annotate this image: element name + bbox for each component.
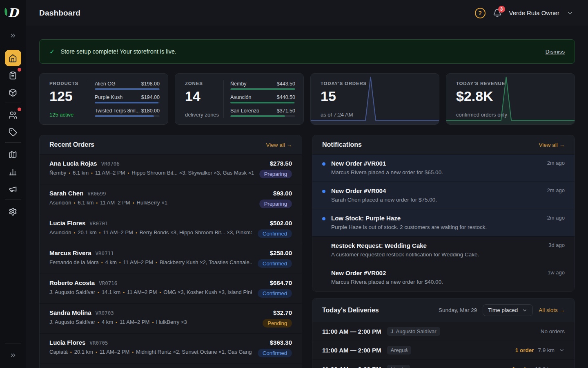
notification-title: Low Stock: Purple Haze bbox=[331, 215, 542, 222]
zones-stat-card[interactable]: ZONES 14 delivery zones Ñemby $443.50 bbox=[175, 73, 304, 125]
top-products-list: Alien OG $198.00 Purple Kush $194.00 bbox=[88, 80, 168, 118]
chevron-down-icon[interactable] bbox=[559, 347, 565, 353]
unread-dot bbox=[322, 162, 325, 166]
chevron-down-icon[interactable] bbox=[559, 366, 565, 368]
app-logo[interactable]: D bbox=[0, 0, 26, 26]
todays-revenue-stat-card[interactable]: TODAY'S REVENUE $2.8K confirmed orders o… bbox=[446, 73, 575, 125]
customer-name: Sarah Chen bbox=[49, 190, 83, 197]
dismiss-link[interactable]: Dismiss bbox=[546, 49, 565, 55]
slot-no-orders: No orders bbox=[541, 328, 565, 334]
sidebar-item-marketing[interactable] bbox=[5, 181, 21, 197]
slot-zone-chip: J. Augusto Saldívar bbox=[387, 327, 440, 336]
progress-track bbox=[95, 115, 160, 117]
notification-time: 3d ago bbox=[548, 242, 565, 258]
order-row[interactable]: Lucia Flores VR0701 Asunción•20.1 km•11 … bbox=[40, 214, 302, 244]
order-row[interactable]: Ana Lucia Rojas VR0706 Ñemby•6.1 km•11 A… bbox=[40, 154, 302, 184]
notification-title: New Order #VR004 bbox=[331, 187, 542, 194]
setup-complete-banner: ✓ Store setup complete! Your storefront … bbox=[39, 39, 575, 64]
order-meta: Ñemby•6.1 km•11 AM–2 PM•Hippo Shroom Bit… bbox=[49, 170, 254, 176]
order-code: VR0706 bbox=[101, 161, 120, 167]
product-price: $180.00 bbox=[141, 108, 160, 114]
package-icon bbox=[9, 88, 17, 97]
stat-sub: delivery zones bbox=[185, 112, 223, 118]
sidebar-expand-toggle[interactable] bbox=[0, 26, 26, 44]
progress-track bbox=[95, 102, 160, 103]
notification-row[interactable]: Restock Request: Wedding Cake A customer… bbox=[312, 236, 575, 264]
customer-name: Roberto Acosta bbox=[49, 279, 95, 286]
order-row[interactable]: Alejandro Reyes VR0700 $187.07 bbox=[40, 363, 302, 368]
sidebar-item-orders[interactable] bbox=[5, 67, 21, 83]
sidebar-item-analytics[interactable] bbox=[5, 164, 21, 180]
sidebar-item-home[interactable] bbox=[5, 50, 21, 66]
sidebar-item-products[interactable] bbox=[5, 84, 21, 101]
order-meta: J. Augusto Saldívar•14.1 km•11 AM–2 PM•O… bbox=[49, 289, 252, 295]
notifications-bell-button[interactable]: 3 bbox=[493, 9, 502, 18]
view-all-orders-link[interactable]: View all → bbox=[266, 142, 292, 148]
top-zone-row: San Lorenzo $371.50 bbox=[230, 108, 295, 117]
user-menu-label[interactable]: Verde Ruta Owner bbox=[509, 9, 559, 16]
delivery-slot-row[interactable]: 11:00 AM — 2:00 PM Areguá 1 order 7.9 km bbox=[312, 341, 575, 359]
product-name: Alien OG bbox=[95, 81, 116, 87]
tag-icon bbox=[9, 128, 17, 137]
notification-title: New Order #VR001 bbox=[331, 160, 542, 167]
order-amount: $258.00 bbox=[270, 249, 292, 256]
product-name: Purple Kush bbox=[95, 94, 122, 100]
stat-value: 14 bbox=[185, 89, 223, 103]
progress-track bbox=[230, 88, 295, 90]
order-row[interactable]: Sandra Molina VR0703 J. Augusto Saldívar… bbox=[40, 303, 302, 333]
slot-time: 11:00 AM — 2:00 PM bbox=[322, 366, 381, 368]
sidebar-collapse-toggle[interactable] bbox=[0, 346, 26, 364]
notification-row[interactable]: New Order #VR001 Marcus Rivera placed a … bbox=[312, 154, 575, 182]
deliveries-date: Sunday, Mar 29 bbox=[439, 307, 477, 313]
order-row[interactable]: Lucia Flores VR0705 Capiatá•20.1 km•11 A… bbox=[40, 333, 302, 363]
progress-track bbox=[95, 88, 160, 90]
order-amount: $664.70 bbox=[270, 279, 292, 286]
status-badge: Confirmed bbox=[258, 259, 292, 268]
order-meta: Fernando de la Mora•4 km•11 AM–2 PM•Blac… bbox=[49, 259, 252, 265]
customer-name: Lucia Flores bbox=[49, 220, 85, 227]
notification-row[interactable]: New Order #VR002 Marcus Rivera placed a … bbox=[312, 264, 575, 291]
notification-time: 2m ago bbox=[547, 160, 565, 175]
stat-value: 125 bbox=[49, 89, 88, 103]
slot-zone-chip: Areguá bbox=[387, 346, 412, 355]
order-code: VR0701 bbox=[89, 220, 108, 227]
todays-orders-stat-card[interactable]: TODAY'S ORDERS 15 as of 7:24 AM bbox=[310, 73, 439, 125]
notification-time: 2m ago bbox=[547, 187, 565, 203]
sidebar-item-customers[interactable] bbox=[5, 107, 21, 123]
status-badge: Pending bbox=[263, 319, 292, 328]
delivery-slot-row[interactable]: 11:00 AM — 2:00 PM J. Augusto Saldívar N… bbox=[312, 322, 575, 341]
help-icon[interactable]: ? bbox=[475, 8, 486, 18]
orders-list: Ana Lucia Rojas VR0706 Ñemby•6.1 km•11 A… bbox=[40, 154, 302, 368]
order-row[interactable]: Roberto Acosta VR0716 J. Augusto Saldíva… bbox=[40, 274, 302, 303]
zone-revenue: $371.50 bbox=[277, 108, 295, 114]
notification-row[interactable]: Low Stock: Purple Haze Purple Haze is ou… bbox=[312, 209, 575, 236]
sort-select[interactable]: Time placed bbox=[483, 304, 533, 316]
order-amount: $502.00 bbox=[270, 220, 292, 227]
order-row[interactable]: Marcus Rivera VR0711 Fernando de la Mora… bbox=[40, 244, 302, 274]
sidebar-divider bbox=[5, 199, 21, 200]
slot-distance: 13.8 km bbox=[535, 366, 555, 368]
recent-orders-panel: Recent Orders View all → Ana Lucia Rojas… bbox=[39, 135, 302, 368]
sidebar-item-zones-map[interactable] bbox=[5, 146, 21, 163]
chevrons-right-icon bbox=[9, 352, 17, 359]
product-price: $198.00 bbox=[141, 81, 160, 87]
zone-name: San Lorenzo bbox=[230, 108, 259, 114]
products-stat-card[interactable]: PRODUCTS 125 125 active Alien OG $198.00 bbox=[39, 73, 168, 125]
sidebar-item-tags[interactable] bbox=[5, 124, 21, 140]
chevron-down-icon[interactable] bbox=[567, 10, 573, 16]
status-badge: Confirmed bbox=[258, 349, 292, 357]
chevron-down-icon bbox=[522, 307, 528, 313]
delivery-slot-row[interactable]: 11:00 AM — 2:00 PM Limpio 1 order 13.8 k… bbox=[312, 359, 575, 368]
sidebar-item-settings[interactable] bbox=[5, 203, 21, 220]
order-code: VR0699 bbox=[87, 191, 106, 197]
slot-order-count: 1 order bbox=[512, 366, 531, 368]
order-row[interactable]: Sarah Chen VR0699 Asunción•6.1 km•11 AM–… bbox=[40, 184, 302, 214]
sidebar-divider bbox=[5, 142, 21, 143]
all-slots-link[interactable]: All slots → bbox=[539, 307, 565, 313]
gear-icon bbox=[9, 207, 17, 216]
stat-sub: as of 7:24 AM bbox=[321, 112, 367, 118]
notification-description: A customer requested restock notificatio… bbox=[331, 251, 543, 258]
notification-row[interactable]: New Order #VR004 Sarah Chen placed a new… bbox=[312, 182, 575, 209]
view-all-notifications-link[interactable]: View all → bbox=[539, 142, 565, 148]
sidebar-divider bbox=[5, 343, 21, 343]
